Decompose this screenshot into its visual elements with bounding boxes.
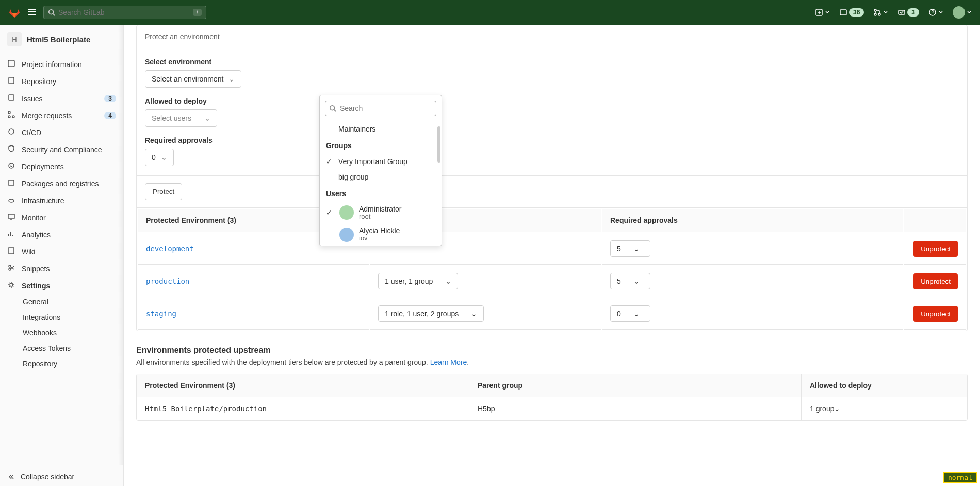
select-environment-value: Select an environment (152, 75, 223, 83)
issues-count-badge: 36 (849, 8, 864, 17)
approvals-value: 0 (152, 153, 156, 161)
sidebar-item-snippets[interactable]: Snippets (0, 260, 123, 277)
check-icon: ✓ (326, 208, 334, 217)
cloud-icon (7, 196, 15, 204)
sidebar-sub-integrations[interactable]: Integrations (0, 310, 123, 325)
dropdown-option-label: big group (338, 173, 368, 181)
sidebar-item-deployments[interactable]: Deployments (0, 158, 123, 175)
issues-icon (7, 93, 15, 102)
sidebar-item-cicd[interactable]: CI/CD (0, 124, 123, 141)
table-row: staging 1 role, 1 user, 2 groups⌄ 0⌄ Unp… (138, 298, 966, 330)
env-name-link[interactable]: development (146, 245, 194, 253)
sidebar-item-label: CI/CD (22, 128, 41, 137)
sidebar-sub-repository[interactable]: Repository (0, 356, 123, 371)
global-search[interactable]: / (43, 6, 206, 19)
global-search-input[interactable] (58, 8, 193, 17)
sidebar-sub-webhooks[interactable]: Webhooks (0, 325, 123, 341)
col-approvals-header: Required approvals (602, 209, 903, 232)
sidebar-item-project-info[interactable]: Project information (0, 56, 123, 73)
issues-icon (839, 8, 847, 17)
svg-point-16 (9, 129, 14, 134)
sidebar-item-monitor[interactable]: Monitor (0, 209, 123, 226)
sidebar-item-label: Snippets (22, 265, 50, 273)
sidebar-item-issues[interactable]: Issues3 (0, 90, 123, 107)
sidebar-item-label: Repository (22, 77, 56, 86)
search-icon (329, 105, 336, 114)
env-name-link[interactable]: staging (146, 310, 176, 318)
sidebar-item-analytics[interactable]: Analytics (0, 226, 123, 243)
unprotect-button[interactable]: Unprotect (913, 306, 958, 322)
svg-rect-20 (8, 214, 14, 218)
dropdown-scrollbar[interactable] (437, 126, 440, 163)
dropdown-option-user-admin[interactable]: ✓ Administrator root (320, 202, 442, 223)
allowed-deploy-select[interactable]: 1 group⌄ (810, 404, 959, 413)
env-name-link[interactable]: production (146, 277, 189, 285)
chevron-down-icon: ⌄ (834, 404, 840, 413)
help-icon: ? (928, 8, 937, 17)
dropdown-option-group-important[interactable]: ✓Very Important Group (320, 154, 442, 169)
info-icon (7, 59, 15, 68)
learn-more-link[interactable]: Learn More (430, 358, 467, 366)
sidebar-item-wiki[interactable]: Wiki (0, 243, 123, 260)
sidebar-sub-label: Webhooks (23, 329, 57, 337)
user-menu[interactable] (953, 6, 972, 19)
svg-point-24 (9, 268, 11, 270)
protect-form: Select environment Select an environment… (137, 48, 967, 176)
chevron-down-icon (883, 10, 888, 15)
project-header[interactable]: H Html5 Boilerplate (0, 25, 123, 54)
unprotect-button[interactable]: Unprotect (913, 273, 958, 289)
chevron-double-left-icon (7, 473, 15, 481)
book-icon (7, 247, 15, 255)
user-handle: root (359, 213, 401, 220)
help-menu[interactable]: ? (928, 8, 943, 17)
sidebar: H Html5 Boilerplate Project information … (0, 25, 124, 486)
project-name: Html5 Boilerplate (27, 35, 90, 44)
access-select[interactable]: 1 role, 1 user, 2 groups⌄ (378, 305, 484, 322)
sidebar-sub-label: Integrations (23, 313, 60, 321)
sidebar-item-security[interactable]: Security and Compliance (0, 141, 123, 158)
chevron-down-icon (967, 10, 972, 15)
approvals-value: 0 (617, 310, 621, 318)
dropdown-option-user-alycia[interactable]: Alycia Hickle iov (320, 223, 442, 245)
col-allowed-header: Allowed to deploy (801, 374, 967, 397)
upstream-environments-table: Protected Environment (3) Parent group A… (136, 374, 968, 421)
hamburger-menu-icon[interactable] (27, 7, 37, 19)
sidebar-sub-general[interactable]: General (0, 294, 123, 310)
dropdown-option-group-big[interactable]: big group (320, 169, 442, 185)
svg-point-17 (9, 163, 14, 168)
upstream-env-name: Html5 Boilerplate/production (137, 397, 469, 420)
dropdown-search-input[interactable] (325, 101, 436, 116)
unprotect-button[interactable]: Unprotect (913, 241, 958, 257)
approvals-select[interactable]: 0⌄ (610, 305, 650, 322)
monitor-icon (7, 213, 15, 221)
select-environment-dropdown[interactable]: Select an environment ⌄ (145, 70, 241, 88)
dropdown-option-maintainers[interactable]: Maintainers (320, 121, 442, 137)
sidebar-item-repository[interactable]: Repository (0, 73, 123, 90)
sidebar-sub-access-tokens[interactable]: Access Tokens (0, 341, 123, 356)
allowed-to-deploy-dropdown[interactable]: Select users ⌄ (145, 109, 217, 127)
chevron-down-icon: ⌄ (471, 310, 477, 318)
collapse-sidebar-button[interactable]: Collapse sidebar (0, 467, 123, 486)
sidebar-item-infrastructure[interactable]: Infrastructure (0, 192, 123, 209)
svg-point-5 (874, 13, 876, 15)
protect-button[interactable]: Protect (145, 183, 182, 200)
todo-count-badge: 3 (907, 8, 919, 17)
gitlab-logo-icon[interactable] (8, 6, 21, 19)
todos-shortcut[interactable]: 3 (897, 8, 919, 17)
issues-shortcut[interactable]: 36 (839, 8, 864, 17)
merge-requests-shortcut[interactable] (873, 8, 888, 17)
approvals-select[interactable]: 5⌄ (610, 240, 650, 257)
sidebar-item-label: Analytics (22, 231, 51, 239)
sidebar-item-label: Wiki (22, 248, 35, 256)
new-menu[interactable] (815, 8, 830, 17)
svg-point-14 (8, 116, 10, 118)
sidebar-item-settings[interactable]: Settings (0, 277, 123, 294)
sidebar-item-packages[interactable]: Packages and registries (0, 175, 123, 192)
required-approvals-select[interactable]: 0 ⌄ (145, 149, 174, 166)
approvals-select[interactable]: 5⌄ (610, 273, 650, 289)
svg-point-19 (9, 199, 14, 202)
access-select[interactable]: 1 user, 1 group⌄ (378, 273, 458, 289)
sidebar-item-merge-requests[interactable]: Merge requests4 (0, 107, 123, 124)
approvals-value: 5 (617, 245, 621, 253)
header-right-group: 36 3 ? (815, 6, 972, 19)
